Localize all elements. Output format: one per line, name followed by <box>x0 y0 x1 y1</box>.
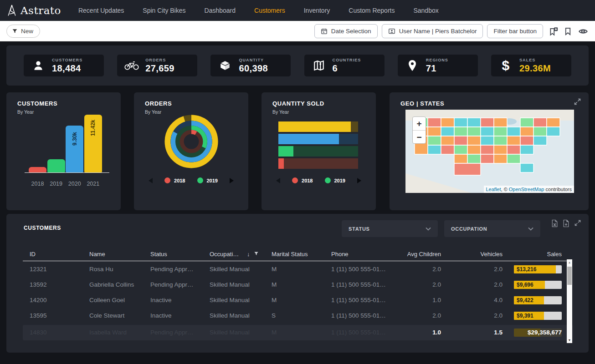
hbar-2020[interactable] <box>278 134 358 144</box>
column-header-avg_children[interactable]: Avg Children <box>386 248 441 261</box>
nav-item-dashboard[interactable]: Dashboard <box>205 7 236 14</box>
state-UT[interactable] <box>428 136 441 145</box>
state-OH[interactable] <box>507 127 520 136</box>
export-excel-icon[interactable] <box>551 219 558 228</box>
nav-item-spin-city-bikes[interactable]: Spin City Bikes <box>143 7 185 14</box>
legend-item-2019[interactable]: 2019 <box>197 177 218 183</box>
sort-descending-icon[interactable]: ↓ <box>245 251 250 258</box>
state-LA[interactable] <box>467 154 481 163</box>
legend-item-2018[interactable]: 2018 <box>164 177 185 183</box>
kpi-card-quantity[interactable]: QUANTITY60,398 <box>210 55 291 76</box>
scrollbar-thumb[interactable] <box>567 267 572 285</box>
user-name-button[interactable]: User Name | Piers Batchelor <box>382 24 483 38</box>
bar-2018[interactable] <box>29 167 46 172</box>
state-NJ[interactable] <box>533 136 547 145</box>
state-AZ[interactable] <box>428 145 441 154</box>
table-row[interactable]: 13595Cole StewartInactiveSkilled ManualS… <box>23 308 573 324</box>
leaflet-map[interactable]: + − Leaflet, © OpenStreetMap contributor… <box>405 110 574 193</box>
legend-item-2019[interactable]: 2019 <box>325 177 345 183</box>
state-NC[interactable] <box>494 145 507 154</box>
column-funnel-icon[interactable] <box>250 251 259 258</box>
state-MT[interactable] <box>441 118 454 127</box>
state-ID[interactable] <box>428 118 441 127</box>
column-header-name[interactable]: Name <box>89 248 148 261</box>
hbar-2018[interactable] <box>278 158 358 169</box>
kpi-card-sales[interactable]: $SALES29.36M <box>491 55 571 76</box>
new-filter-button[interactable]: New <box>6 25 40 38</box>
status-filter-dropdown[interactable]: STATUS <box>342 220 438 237</box>
table-row[interactable]: 13592Gabriella CollinsPending Appr…Skill… <box>23 277 573 293</box>
column-header-id[interactable]: ID <box>30 248 84 261</box>
state-MI[interactable] <box>494 118 507 127</box>
nav-item-customers[interactable]: Customers <box>254 7 285 14</box>
nav-item-sandbox[interactable]: Sandbox <box>413 7 438 14</box>
state-MO[interactable] <box>467 136 481 145</box>
state-IL[interactable] <box>481 127 494 136</box>
state-DE[interactable] <box>520 145 533 154</box>
state-MS[interactable] <box>481 154 494 163</box>
scroll-down-arrow[interactable]: ▼ <box>567 339 572 342</box>
kpi-card-regions[interactable]: REGIONS71 <box>398 55 478 76</box>
kpi-card-customers[interactable]: CUSTOMERS18,484 <box>24 55 104 76</box>
state-SC[interactable] <box>507 145 520 154</box>
export-file-icon[interactable] <box>563 219 569 228</box>
state-KY[interactable] <box>481 136 494 145</box>
state-CO[interactable] <box>441 136 454 145</box>
legend-next-arrow-icon[interactable] <box>230 178 234 183</box>
state-MN[interactable] <box>467 118 481 127</box>
expand-icon[interactable] <box>574 98 581 107</box>
state-WY[interactable] <box>441 127 454 136</box>
state-WI[interactable] <box>481 118 494 127</box>
nav-item-inventory[interactable]: Inventory <box>304 7 330 14</box>
state-ND[interactable] <box>454 118 467 127</box>
column-header-occupation[interactable]: Occupati… ↓ <box>210 248 269 261</box>
legend-prev-arrow-icon[interactable] <box>276 178 280 183</box>
nav-item-recent-updates[interactable]: Recent Updates <box>78 7 124 14</box>
legend-next-arrow-icon[interactable] <box>357 178 361 183</box>
state-NV[interactable] <box>428 127 441 136</box>
bar-2020[interactable]: 9.30k <box>66 126 83 172</box>
legend-prev-arrow-icon[interactable] <box>149 178 153 183</box>
state-GA[interactable] <box>507 154 520 163</box>
zoom-in-button[interactable]: + <box>413 117 426 130</box>
nav-item-custom-reports[interactable]: Custom Reports <box>349 7 395 14</box>
kpi-card-countries[interactable]: COUNTRIES6 <box>304 55 385 76</box>
column-header-marital[interactable]: Marital Status <box>272 248 326 261</box>
date-selection-button[interactable]: Date Selection <box>314 24 378 38</box>
occupation-filter-dropdown[interactable]: OCCUPATION <box>444 220 540 237</box>
state-NM[interactable] <box>441 145 454 154</box>
state-KS[interactable] <box>454 145 467 154</box>
state-VT[interactable] <box>533 118 547 127</box>
scroll-up-arrow[interactable]: ▲ <box>567 261 572 264</box>
openstreetmap-link[interactable]: OpenStreetMap <box>509 187 544 192</box>
expand-icon[interactable] <box>574 219 581 228</box>
state-OK[interactable] <box>454 154 467 163</box>
bar-2019[interactable] <box>47 159 65 172</box>
state-NE[interactable] <box>454 136 467 145</box>
state-CT[interactable] <box>547 127 560 136</box>
state-SD[interactable] <box>454 127 467 136</box>
table-row[interactable]: 14200Colleen GoelInactiveSkilled ManualM… <box>23 293 573 308</box>
hbar-2019[interactable] <box>278 146 358 157</box>
state-ME[interactable] <box>547 118 560 127</box>
state-PA[interactable] <box>520 127 533 136</box>
state-VA[interactable] <box>507 136 520 145</box>
bookmark-add-icon[interactable] <box>549 26 558 36</box>
column-header-vehicles[interactable]: Vehicles <box>448 248 503 261</box>
legend-item-2018[interactable]: 2018 <box>292 177 313 183</box>
bookmark-icon[interactable] <box>564 26 572 36</box>
state-MD[interactable] <box>520 136 533 145</box>
state-IA[interactable] <box>467 127 481 136</box>
zoom-out-button[interactable]: − <box>413 131 426 144</box>
kpi-card-orders[interactable]: ORDERS27,659 <box>117 55 197 76</box>
state-AR[interactable] <box>467 145 481 154</box>
table-row[interactable]: 12321Rosa HuPending Appr…Skilled ManualM… <box>23 262 573 277</box>
state-AL[interactable] <box>494 154 507 163</box>
table-scrollbar[interactable]: ▲ ▼ <box>567 259 572 343</box>
state-TN[interactable] <box>481 145 494 154</box>
eye-icon[interactable] <box>578 26 589 36</box>
column-header-status[interactable]: Status <box>150 248 206 261</box>
brand-logo[interactable]: Astrato <box>0 4 61 17</box>
state-FL[interactable] <box>520 163 533 172</box>
hbar-2021[interactable] <box>278 121 358 132</box>
